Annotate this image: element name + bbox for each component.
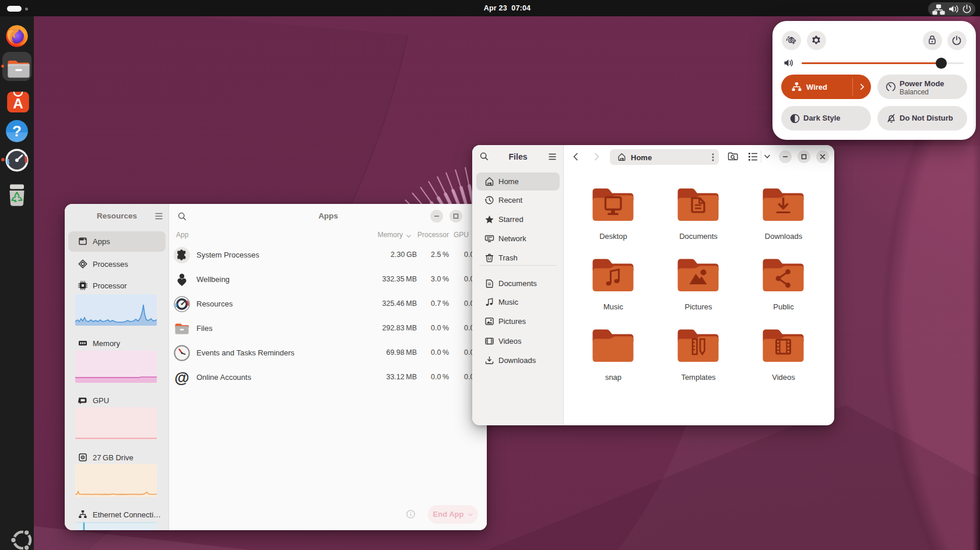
svg-text:?: ?	[12, 122, 22, 140]
svg-text:A: A	[13, 96, 23, 111]
svg-text:@: @	[174, 369, 189, 386]
